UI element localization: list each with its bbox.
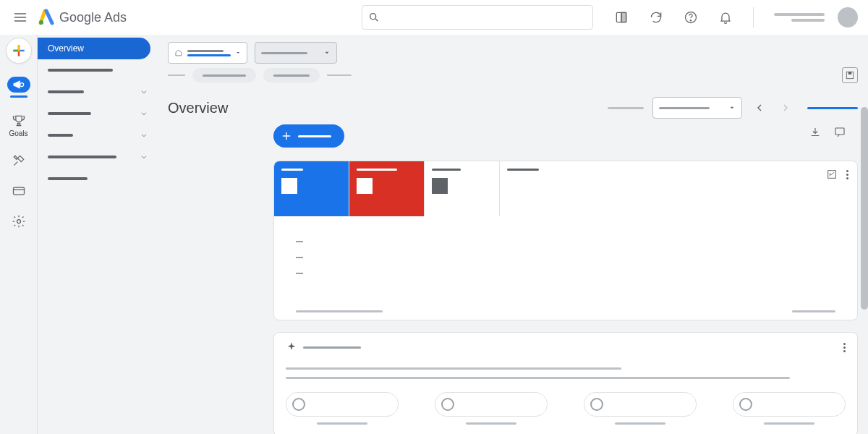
scrollbar[interactable]	[861, 35, 868, 434]
scope-row	[158, 35, 868, 68]
svg-point-1	[370, 14, 376, 20]
metric-tab[interactable]	[425, 161, 500, 216]
crumbs-row	[158, 68, 868, 87]
filter-chip[interactable]	[263, 68, 320, 82]
metrics-card	[273, 161, 858, 320]
main-content: Overview	[158, 35, 868, 434]
svg-point-5	[20, 83, 23, 87]
svg-rect-9	[848, 72, 852, 75]
campaign-selector[interactable]	[255, 42, 337, 64]
option[interactable]	[286, 392, 399, 425]
date-range-selector[interactable]	[652, 97, 742, 119]
new-campaign-button[interactable]	[273, 124, 344, 148]
nav-item[interactable]	[38, 103, 158, 124]
title-row: Overview	[158, 87, 868, 120]
expand-icon[interactable]	[826, 169, 838, 180]
nav-item[interactable]	[38, 168, 158, 190]
metric-tabs	[274, 161, 857, 216]
nav-item[interactable]	[38, 146, 158, 168]
nav-overview[interactable]: Overview	[38, 38, 150, 59]
scrollbar-thumb[interactable]	[861, 107, 868, 310]
card-icon	[12, 184, 26, 198]
home-icon	[174, 48, 183, 58]
refresh-icon[interactable]	[649, 10, 663, 25]
prev-period-button[interactable]	[751, 99, 768, 116]
rail-billing[interactable]	[0, 181, 38, 201]
text-line	[286, 367, 621, 370]
nav-item[interactable]	[38, 124, 158, 146]
left-rail: Goals	[0, 35, 38, 434]
next-period-button[interactable]	[777, 99, 794, 116]
save-view-button[interactable]	[842, 67, 858, 83]
side-nav: Overview	[38, 35, 158, 434]
option[interactable]	[584, 392, 697, 425]
options-row	[286, 392, 846, 425]
compare-toggle[interactable]	[807, 107, 858, 109]
text-line	[286, 377, 790, 379]
rail-goals-label: Goals	[9, 129, 27, 137]
menu-icon[interactable]	[6, 3, 35, 32]
option[interactable]	[435, 392, 548, 425]
page-title: Overview	[168, 100, 228, 116]
recommendations-card	[273, 332, 858, 434]
more-icon[interactable]	[843, 343, 846, 352]
svg-point-7	[17, 220, 20, 224]
separator	[753, 7, 754, 27]
svg-point-0	[39, 20, 43, 25]
svg-rect-10	[835, 128, 844, 135]
metric-tab[interactable]	[500, 161, 575, 216]
rail-goals[interactable]: Goals	[0, 111, 38, 140]
avatar[interactable]	[838, 7, 858, 27]
chevron-down-icon	[235, 49, 241, 56]
gear-icon	[12, 214, 26, 229]
google-ads-logo-icon	[38, 9, 55, 26]
chevron-down-icon	[728, 104, 736, 111]
svg-point-4	[690, 20, 691, 21]
plus-icon	[281, 130, 292, 142]
notifications-icon[interactable]	[718, 10, 733, 25]
header-actions	[614, 7, 825, 27]
chart-area	[274, 216, 857, 310]
nav-item[interactable]	[38, 59, 158, 81]
chart-axis	[274, 310, 857, 320]
create-button[interactable]	[6, 38, 32, 64]
help-icon[interactable]	[684, 10, 698, 25]
sub-label	[608, 107, 644, 109]
option[interactable]	[733, 392, 846, 425]
chevron-down-icon	[139, 130, 149, 140]
more-icon[interactable]	[846, 170, 848, 179]
app-header: Google Ads	[0, 0, 868, 35]
chevron-down-icon	[139, 109, 149, 119]
product-logo[interactable]: Google Ads	[38, 9, 127, 26]
rail-campaigns[interactable]	[0, 74, 38, 101]
account-selector[interactable]	[168, 42, 247, 64]
filter-chip[interactable]	[192, 68, 256, 82]
sparkle-icon	[286, 341, 297, 353]
tools-icon	[12, 153, 26, 168]
metric-tab[interactable]	[274, 161, 349, 216]
search-input[interactable]	[362, 5, 593, 30]
card-title	[303, 346, 361, 349]
chevron-down-icon	[139, 87, 149, 97]
account-switcher[interactable]	[774, 13, 825, 22]
appearance-icon[interactable]	[614, 10, 629, 25]
rail-admin[interactable]	[0, 211, 38, 231]
chevron-down-icon	[139, 152, 149, 162]
rail-tools[interactable]	[0, 150, 38, 171]
feedback-icon[interactable]	[833, 126, 846, 139]
content-area	[158, 120, 868, 434]
crumb	[327, 75, 352, 76]
nav-item[interactable]	[38, 81, 158, 103]
metric-tab[interactable]	[349, 161, 425, 216]
search-icon	[368, 12, 380, 23]
card-tools	[809, 126, 846, 139]
chevron-down-icon	[323, 49, 331, 56]
crumb	[168, 75, 185, 76]
svg-rect-6	[13, 187, 24, 195]
product-name: Google Ads	[59, 10, 127, 25]
download-icon[interactable]	[809, 126, 822, 139]
trophy-icon	[12, 114, 26, 128]
megaphone-icon	[12, 77, 26, 92]
